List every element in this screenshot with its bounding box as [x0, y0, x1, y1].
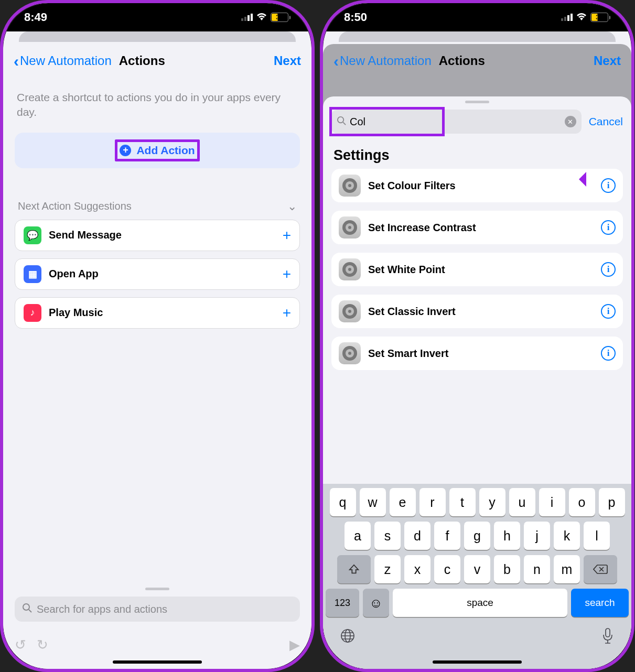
key-y[interactable]: y [479, 488, 505, 516]
left-phone: 8:49 37 ‹ New Automation Actions [0, 0, 315, 672]
result-item[interactable]: Set Smart Invert i [331, 337, 623, 370]
svg-rect-2 [247, 15, 250, 21]
run-button[interactable]: ▶ [289, 637, 300, 653]
svg-rect-0 [241, 18, 243, 21]
info-icon[interactable]: i [601, 178, 616, 193]
cellular-icon [561, 10, 573, 24]
key-o[interactable]: o [569, 488, 595, 516]
chevron-left-icon: ‹ [14, 57, 19, 65]
key-w[interactable]: w [360, 488, 386, 516]
key-h[interactable]: h [494, 522, 520, 550]
back-label: New Automation [340, 53, 432, 68]
status-bar: 8:49 37 [3, 3, 311, 31]
key-z[interactable]: z [374, 555, 401, 583]
settings-icon [339, 300, 361, 322]
settings-icon [339, 216, 361, 239]
key-b[interactable]: b [494, 555, 520, 583]
svg-rect-7 [564, 17, 566, 21]
page-title: Actions [439, 53, 485, 68]
result-label: Set Colour Filters [368, 180, 456, 192]
svg-rect-1 [244, 17, 246, 21]
key-i[interactable]: i [539, 488, 565, 516]
backspace-key[interactable] [584, 555, 617, 583]
result-label: Set Increase Contrast [368, 222, 476, 234]
add-suggestion-icon[interactable]: + [283, 305, 291, 321]
settings-icon [339, 175, 361, 197]
next-button[interactable]: Next [594, 53, 621, 68]
result-item[interactable]: Set White Point i [331, 253, 623, 286]
key-c[interactable]: c [434, 555, 460, 583]
chevron-down-icon[interactable]: ⌄ [287, 200, 297, 213]
sheet-grabber[interactable] [465, 101, 489, 103]
sheet-grabber[interactable] [145, 588, 169, 590]
info-icon[interactable]: i [601, 262, 616, 277]
annotation-highlight: + Add Action [115, 139, 199, 161]
next-button[interactable]: Next [274, 53, 301, 68]
numbers-key[interactable]: 123 [326, 589, 359, 617]
undo-button[interactable]: ↺ [15, 637, 26, 653]
result-item[interactable]: Set Colour Filters i [331, 169, 623, 202]
suggestion-item[interactable]: ♪ Play Music + [15, 297, 300, 329]
search-input[interactable]: Search for apps and actions [15, 597, 300, 622]
add-suggestion-icon[interactable]: + [283, 227, 291, 244]
key-q[interactable]: q [330, 488, 356, 516]
battery-icon: 37 [590, 13, 610, 22]
wifi-icon [576, 10, 587, 24]
key-p[interactable]: p [599, 488, 625, 516]
key-g[interactable]: g [464, 522, 490, 550]
results-section-header: Settings [333, 147, 621, 164]
key-r[interactable]: r [419, 488, 446, 516]
wifi-icon [256, 10, 267, 24]
keyboard: qwertyuiop asdfghjkl zxcvbnm 123 ☺ space… [323, 484, 631, 669]
emoji-key[interactable]: ☺ [363, 589, 389, 617]
description-text: Create a shortcut to actions you do in y… [17, 90, 298, 120]
page-title: Actions [119, 53, 165, 68]
key-n[interactable]: n [524, 555, 550, 583]
clear-search-icon[interactable]: ✕ [565, 116, 576, 127]
home-indicator[interactable] [113, 660, 202, 664]
suggestion-item[interactable]: 💬 Send Message + [15, 220, 300, 251]
key-s[interactable]: s [374, 522, 401, 550]
music-icon: ♪ [24, 304, 41, 322]
key-x[interactable]: x [404, 555, 430, 583]
cellular-icon [241, 10, 253, 24]
shift-key[interactable] [337, 555, 371, 583]
search-key[interactable]: search [571, 589, 629, 617]
key-d[interactable]: d [404, 522, 430, 550]
key-v[interactable]: v [464, 555, 490, 583]
key-e[interactable]: e [390, 488, 416, 516]
back-button[interactable]: ‹ New Automation [14, 53, 112, 68]
info-icon[interactable]: i [601, 220, 616, 235]
key-l[interactable]: l [584, 522, 610, 550]
globe-key[interactable] [339, 627, 356, 649]
search-placeholder: Search for apps and actions [37, 603, 167, 615]
key-f[interactable]: f [434, 522, 460, 550]
info-icon[interactable]: i [601, 304, 616, 319]
space-key[interactable]: space [393, 589, 567, 617]
result-item[interactable]: Set Classic Invert i [331, 295, 623, 328]
suggestion-item[interactable]: ▦ Open App + [15, 258, 300, 290]
plus-circle-icon: + [120, 145, 131, 156]
cancel-button[interactable]: Cancel [589, 115, 623, 128]
key-a[interactable]: a [345, 522, 371, 550]
chevron-left-icon: ‹ [333, 57, 339, 65]
key-u[interactable]: u [509, 488, 535, 516]
background-sheet-peek [339, 31, 616, 42]
back-button[interactable]: ‹ New Automation [333, 53, 432, 68]
right-phone: 8:50 37 ‹ New Automation Actions [320, 0, 634, 672]
result-item[interactable]: Set Increase Contrast i [331, 211, 623, 244]
settings-icon [339, 258, 361, 280]
add-action-label: Add Action [136, 144, 195, 157]
key-k[interactable]: k [554, 522, 580, 550]
add-suggestion-icon[interactable]: + [283, 266, 291, 283]
redo-button[interactable]: ↻ [37, 637, 48, 653]
result-label: Set Smart Invert [368, 348, 448, 360]
home-indicator[interactable] [433, 660, 522, 664]
key-j[interactable]: j [524, 522, 550, 550]
add-action-button[interactable]: + Add Action [15, 133, 300, 168]
key-t[interactable]: t [449, 488, 476, 516]
dictation-key[interactable] [600, 627, 615, 649]
key-m[interactable]: m [554, 555, 580, 583]
background-sheet-peek [19, 31, 296, 42]
info-icon[interactable]: i [601, 346, 616, 361]
